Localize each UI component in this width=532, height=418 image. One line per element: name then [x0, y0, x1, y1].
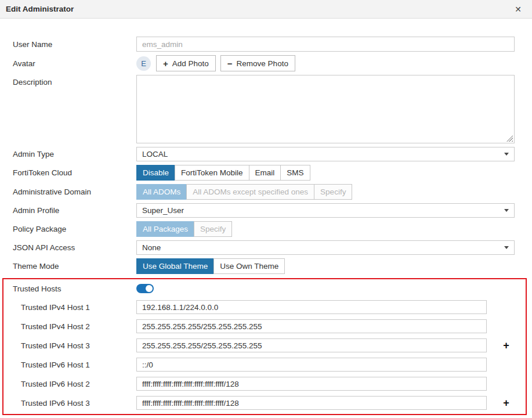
fortitoken-option-fortitoken-mobile[interactable]: FortiToken Mobile	[175, 165, 249, 181]
user-name-label: User Name	[13, 40, 136, 49]
trusted-hosts-row: Trusted Hosts	[13, 284, 526, 293]
json-api-access-value: None	[142, 243, 161, 252]
avatar-row: Avatar E + Add Photo − Remove Photo	[13, 55, 515, 71]
close-icon[interactable]: ✕	[515, 5, 522, 13]
policy-option-all-packages: All Packages	[136, 221, 194, 237]
trusted-ipv4-host-3-label: Trusted IPv4 Host 3	[21, 341, 136, 350]
policy-option-specify: Specify	[194, 221, 232, 237]
description-label: Description	[13, 75, 136, 87]
administrative-domain-label: Administrative Domain	[13, 188, 136, 196]
trusted-ipv6-host-3-label: Trusted IPv6 Host 3	[21, 399, 136, 408]
chevron-down-icon	[504, 246, 509, 249]
trusted-hosts-toggle[interactable]	[136, 284, 154, 293]
chevron-down-icon	[504, 209, 509, 212]
admin-type-value: LOCAL	[142, 150, 168, 158]
theme-option-use-global-theme[interactable]: Use Global Theme	[136, 258, 214, 274]
trusted-hosts-highlight-box: Trusted Hosts Trusted IPv4 Host 1 Truste…	[2, 278, 527, 415]
toggle-knob-icon	[146, 285, 153, 292]
avatar-label: Avatar	[13, 59, 136, 68]
user-name-input	[136, 37, 515, 52]
trusted-ipv6-host-1-label: Trusted IPv6 Host 1	[21, 361, 136, 369]
admin-profile-value: Super_User	[142, 206, 184, 215]
add-photo-button[interactable]: + Add Photo	[156, 55, 216, 71]
trusted-ipv4-host-2-input[interactable]	[136, 319, 487, 333]
theme-option-use-own-theme[interactable]: Use Own Theme	[213, 258, 285, 274]
adom-option-all-adoms: All ADOMs	[136, 184, 187, 200]
trusted-ipv6-host-3-row: Trusted IPv6 Host 3 +	[21, 396, 526, 410]
remove-photo-label: Remove Photo	[237, 59, 288, 68]
admin-profile-row: Admin Profile Super_User	[13, 203, 515, 218]
json-api-access-row: JSON API Access None	[13, 240, 515, 255]
policy-package-label: Policy Package	[13, 225, 136, 233]
minus-icon: −	[227, 59, 233, 68]
admin-type-select[interactable]: LOCAL	[136, 147, 515, 161]
add-ipv6-host-icon[interactable]: +	[503, 398, 509, 408]
admin-type-row: Admin Type LOCAL	[13, 147, 515, 161]
user-name-row: User Name	[13, 37, 515, 52]
json-api-access-label: JSON API Access	[13, 243, 136, 252]
fortitoken-option-disable[interactable]: Disable	[136, 165, 175, 181]
edit-administrator-dialog: Edit Administrator ✕ User Name Avatar E …	[0, 0, 532, 415]
adom-option-all-except-specified: All ADOMs except specified ones	[186, 184, 314, 200]
adom-option-specify: Specify	[314, 184, 352, 200]
add-photo-label: Add Photo	[172, 59, 209, 68]
trusted-hosts-label: Trusted Hosts	[13, 284, 136, 293]
fortitoken-cloud-segment: Disable FortiToken Mobile Email SMS	[136, 165, 515, 181]
trusted-ipv4-host-3-row: Trusted IPv4 Host 3 +	[21, 338, 526, 352]
trusted-ipv6-host-1-input[interactable]	[136, 358, 487, 372]
dialog-title: Edit Administrator	[6, 5, 74, 13]
fortitoken-option-email[interactable]: Email	[249, 165, 281, 181]
theme-mode-row: Theme Mode Use Global Theme Use Own Them…	[13, 258, 515, 274]
dialog-header: Edit Administrator ✕	[0, 0, 532, 19]
theme-mode-label: Theme Mode	[13, 262, 136, 271]
theme-mode-segment: Use Global Theme Use Own Theme	[136, 258, 515, 274]
fortitoken-cloud-label: FortiToken Cloud	[13, 168, 136, 177]
trusted-ipv6-host-2-input[interactable]	[136, 377, 487, 391]
description-textarea[interactable]	[136, 75, 515, 143]
trusted-ipv4-host-1-row: Trusted IPv4 Host 1	[21, 300, 526, 314]
trusted-ipv6-host-3-input[interactable]	[136, 396, 487, 410]
trusted-ipv6-host-2-label: Trusted IPv6 Host 2	[21, 380, 136, 388]
policy-package-row: Policy Package All Packages Specify	[13, 221, 515, 237]
administrative-domain-row: Administrative Domain All ADOMs All ADOM…	[13, 184, 515, 200]
add-ipv4-host-icon[interactable]: +	[503, 340, 509, 351]
remove-photo-button[interactable]: − Remove Photo	[220, 55, 295, 71]
trusted-ipv4-host-2-label: Trusted IPv4 Host 2	[21, 322, 136, 331]
fortitoken-cloud-row: FortiToken Cloud Disable FortiToken Mobi…	[13, 165, 515, 181]
admin-profile-label: Admin Profile	[13, 206, 136, 215]
trusted-ipv6-host-2-row: Trusted IPv6 Host 2	[21, 377, 526, 391]
trusted-ipv4-host-3-input[interactable]	[136, 338, 487, 352]
fortitoken-option-sms[interactable]: SMS	[280, 165, 310, 181]
admin-type-label: Admin Type	[13, 150, 136, 158]
plus-icon: +	[163, 59, 168, 68]
edit-administrator-form: User Name Avatar E + Add Photo − Remove …	[0, 19, 532, 415]
description-row: Description	[13, 75, 515, 143]
administrative-domain-segment: All ADOMs All ADOMs except specified one…	[136, 184, 515, 200]
chevron-down-icon	[504, 153, 509, 156]
admin-profile-select[interactable]: Super_User	[136, 203, 515, 218]
trusted-ipv4-host-2-row: Trusted IPv4 Host 2	[21, 319, 526, 333]
json-api-access-select[interactable]: None	[136, 240, 515, 255]
trusted-ipv4-host-1-label: Trusted IPv4 Host 1	[21, 303, 136, 312]
avatar: E	[136, 56, 151, 71]
trusted-ipv6-host-1-row: Trusted IPv6 Host 1	[21, 358, 526, 372]
trusted-ipv4-host-1-input[interactable]	[136, 300, 487, 314]
policy-package-segment: All Packages Specify	[136, 221, 515, 237]
